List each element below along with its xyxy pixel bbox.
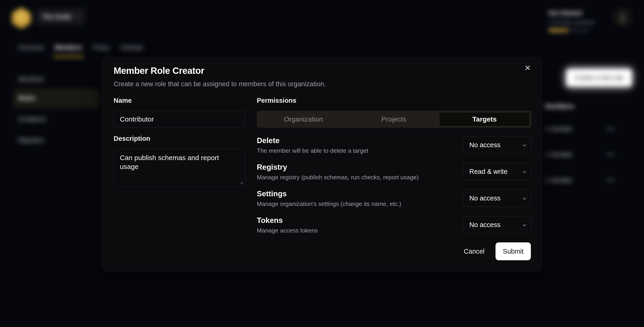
permission-description: Manage organization's settings (change i… (257, 200, 401, 208)
member-count: 1 member (544, 151, 572, 158)
role-description-textarea[interactable]: Can publish schemas and report usage (114, 149, 245, 187)
modal-title: Member Role Creator (114, 66, 204, 76)
registry-permission-select[interactable]: Read & write (463, 163, 531, 180)
tab-policy[interactable]: Policy (93, 44, 110, 57)
delete-permission-select[interactable]: No access (463, 136, 531, 154)
tab-projects[interactable]: Projects (348, 112, 439, 126)
divider (544, 168, 640, 168)
settings-permission-select[interactable]: No access (463, 189, 531, 207)
divider (544, 116, 640, 117)
progress-fill (548, 29, 568, 32)
create-new-role-button[interactable]: Create a new role (566, 69, 632, 87)
role-row[interactable]: 1 member ••• (544, 173, 640, 188)
permission-description: Manage access tokens (257, 227, 318, 234)
role-row[interactable]: 1 member ••• (544, 147, 640, 162)
tokens-permission-select[interactable]: No access (463, 216, 531, 233)
user-icon (617, 12, 628, 22)
permission-row-settings: Settings Manage organization's settings … (257, 189, 531, 208)
selected-value: No access (469, 141, 500, 149)
sidebar-item-roles[interactable]: Roles (18, 95, 35, 102)
member-count: 1 member (544, 177, 572, 184)
chevron-down-icon (522, 142, 528, 148)
overflow-menu-icon[interactable]: ••• (606, 151, 640, 158)
progress-bar (548, 29, 590, 32)
permission-title: Registry (257, 163, 418, 172)
chevron-down-icon (522, 222, 528, 228)
submit-button[interactable]: Submit (496, 242, 531, 260)
divider (544, 142, 640, 142)
sidebar-item-invitations[interactable]: Invitations (18, 116, 46, 123)
tab-settings[interactable]: Settings (120, 44, 143, 57)
overflow-menu-icon[interactable]: ••• (606, 125, 640, 133)
tab-targets[interactable]: Targets (439, 112, 530, 126)
sidebar-item-members[interactable]: Members (18, 76, 44, 83)
permissions-column: Permissions Organization Projects Target… (257, 97, 531, 234)
permission-description: Manage registry (publish schemas, run ch… (257, 174, 418, 181)
role-name-input[interactable] (114, 111, 245, 128)
user-avatar[interactable] (613, 8, 632, 26)
modal-footer: Cancel Submit (464, 242, 531, 260)
description-label: Description (114, 135, 245, 142)
cancel-button[interactable]: Cancel (464, 248, 484, 255)
tab-members[interactable]: Members (55, 44, 82, 57)
selected-value: Read & write (469, 168, 508, 175)
tab-overview[interactable]: Overview (18, 44, 44, 57)
get-started-subtitle: 4 of 9 tasks completed (548, 20, 594, 25)
org-nav-tabs: Overview Members Policy Settings (18, 44, 143, 57)
overflow-menu-icon[interactable]: ••• (606, 176, 640, 184)
chevron-down-icon (522, 169, 528, 175)
permissions-label: Permissions (257, 97, 531, 104)
sidebar-item-migration[interactable]: Migration (18, 137, 44, 144)
permission-row-registry: Registry Manage registry (publish schema… (257, 163, 531, 181)
org-switcher[interactable]: The Guild (36, 8, 86, 25)
member-count: 1 member (544, 125, 572, 133)
resize-handle-icon (238, 180, 244, 185)
members-column-heading: Members (544, 102, 574, 110)
close-icon[interactable]: ✕ (522, 63, 533, 73)
permission-description: The member will be able to delete a targ… (257, 147, 368, 154)
permission-title: Delete (257, 136, 368, 145)
modal-subtitle: Create a new role that can be assigned t… (114, 80, 326, 88)
permission-title: Tokens (257, 216, 318, 225)
member-role-creator-modal: ✕ Member Role Creator Create a new role … (102, 57, 542, 271)
chevron-down-icon (75, 14, 80, 18)
permission-row-tokens: Tokens Manage access tokens No access (257, 216, 531, 234)
name-label: Name (114, 97, 245, 104)
role-row[interactable]: 1 member ••• (544, 122, 640, 136)
chevron-down-icon (522, 196, 528, 202)
permission-title: Settings (257, 189, 401, 198)
role-identity-column: Name Description Can publish schemas and… (114, 97, 245, 187)
permissions-scope-tabs: Organization Projects Targets (257, 111, 531, 128)
get-started-widget[interactable]: Get Started 4 of 9 tasks completed (548, 10, 594, 32)
hive-logo-icon[interactable] (12, 7, 31, 29)
org-name: The Guild (42, 13, 71, 20)
get-started-title: Get Started (548, 10, 594, 17)
permission-row-delete: Delete The member will be able to delete… (257, 136, 531, 154)
selected-value: No access (469, 221, 500, 229)
tab-organization[interactable]: Organization (258, 112, 348, 126)
selected-value: No access (469, 194, 500, 202)
